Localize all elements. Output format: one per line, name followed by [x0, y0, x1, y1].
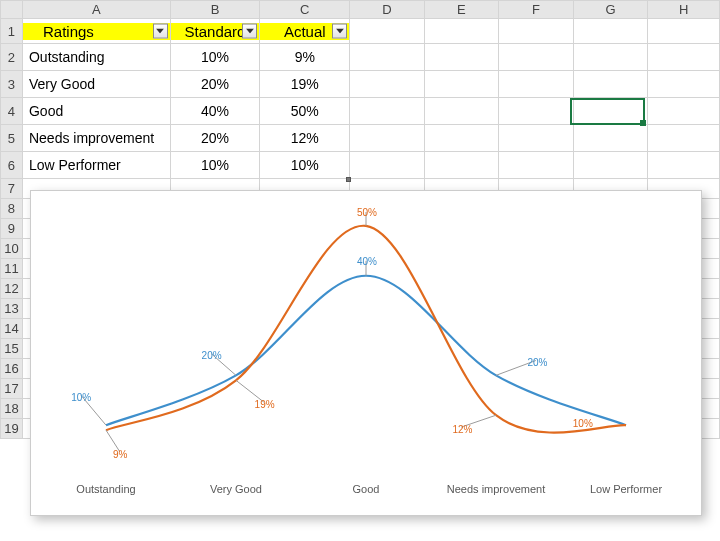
cell-G1[interactable]: [573, 19, 648, 44]
row-header-10[interactable]: 10: [1, 239, 23, 259]
cell-D6[interactable]: [350, 152, 425, 179]
cell-H6[interactable]: [648, 152, 720, 179]
cell-H1[interactable]: [648, 19, 720, 44]
data-label: 20%: [527, 356, 547, 367]
cell-H4[interactable]: [648, 98, 720, 125]
cell-A4[interactable]: Good: [22, 98, 170, 125]
row-header-15[interactable]: 15: [1, 339, 23, 359]
row-header-2[interactable]: 2: [1, 44, 23, 71]
row-header-8[interactable]: 8: [1, 199, 23, 219]
cell-C6[interactable]: 10%: [260, 152, 350, 179]
col-header-G[interactable]: G: [573, 1, 648, 19]
row-header-7[interactable]: 7: [1, 179, 23, 199]
filter-button-actual[interactable]: [332, 24, 347, 39]
cell-H2[interactable]: [648, 44, 720, 71]
cell-E3[interactable]: [424, 71, 499, 98]
xtick: Outstanding: [41, 475, 171, 505]
row-header-12[interactable]: 12: [1, 279, 23, 299]
cell-A3[interactable]: Very Good: [22, 71, 170, 98]
cell-text: Needs improvement: [29, 130, 154, 146]
cell-text: 50%: [291, 103, 319, 119]
cell-C5[interactable]: 12%: [260, 125, 350, 152]
row-header-19[interactable]: 19: [1, 419, 23, 439]
cell-D5[interactable]: [350, 125, 425, 152]
col-header-C[interactable]: C: [260, 1, 350, 19]
cell-text: Outstanding: [29, 49, 105, 65]
cell-F4[interactable]: [499, 98, 574, 125]
row-header-1[interactable]: 1: [1, 19, 23, 44]
cell-A6[interactable]: Low Performer: [22, 152, 170, 179]
cell-text: 10%: [201, 49, 229, 65]
filter-button-ratings[interactable]: [153, 24, 168, 39]
cell-C3[interactable]: 19%: [260, 71, 350, 98]
cell-A5[interactable]: Needs improvement: [22, 125, 170, 152]
row-header-17[interactable]: 17: [1, 379, 23, 399]
cell-D3[interactable]: [350, 71, 425, 98]
xtick: Very Good: [171, 475, 301, 505]
cell-C2[interactable]: 9%: [260, 44, 350, 71]
row-header-4[interactable]: 4: [1, 98, 23, 125]
filter-button-standard[interactable]: [242, 24, 257, 39]
cell-G5[interactable]: [573, 125, 648, 152]
cell-G4[interactable]: [573, 98, 648, 125]
row-header-6[interactable]: 6: [1, 152, 23, 179]
cell-B4[interactable]: 40%: [170, 98, 260, 125]
cell-F3[interactable]: [499, 71, 574, 98]
cell-E2[interactable]: [424, 44, 499, 71]
cell-G6[interactable]: [573, 152, 648, 179]
cell-E6[interactable]: [424, 152, 499, 179]
header-standard: Standard: [185, 23, 246, 40]
col-header-H[interactable]: H: [648, 1, 720, 19]
xtick: Low Performer: [561, 475, 691, 505]
row-header-5[interactable]: 5: [1, 125, 23, 152]
row-header-11[interactable]: 11: [1, 259, 23, 279]
range-autofill-marker[interactable]: [346, 177, 351, 182]
col-header-D[interactable]: D: [350, 1, 425, 19]
col-header-E[interactable]: E: [424, 1, 499, 19]
xtick: Good: [301, 475, 431, 505]
row-header-3[interactable]: 3: [1, 71, 23, 98]
cell-D2[interactable]: [350, 44, 425, 71]
col-header-A[interactable]: A: [22, 1, 170, 19]
cell-E4[interactable]: [424, 98, 499, 125]
row-header-13[interactable]: 13: [1, 299, 23, 319]
cell-F6[interactable]: [499, 152, 574, 179]
data-label: 10%: [71, 391, 91, 402]
cell-D4[interactable]: [350, 98, 425, 125]
cell-text: 20%: [201, 76, 229, 92]
col-header-B[interactable]: B: [170, 1, 260, 19]
cell-B3[interactable]: 20%: [170, 71, 260, 98]
cell-H5[interactable]: [648, 125, 720, 152]
data-label: 50%: [357, 207, 377, 218]
cell-B1[interactable]: Standard: [170, 19, 260, 44]
cell-G3[interactable]: [573, 71, 648, 98]
cell-F1[interactable]: [499, 19, 574, 44]
row-header-16[interactable]: 16: [1, 359, 23, 379]
row-header-14[interactable]: 14: [1, 319, 23, 339]
embedded-chart[interactable]: 10%9%20%19%40%50%20%12%10% Outstanding V…: [30, 190, 702, 516]
cell-text: 40%: [201, 103, 229, 119]
select-all-corner[interactable]: [1, 1, 23, 19]
cell-text: 20%: [201, 130, 229, 146]
cell-F5[interactable]: [499, 125, 574, 152]
chart-plot-area[interactable]: 10%9%20%19%40%50%20%12%10%: [41, 201, 691, 475]
cell-A2[interactable]: Outstanding: [22, 44, 170, 71]
cell-E1[interactable]: [424, 19, 499, 44]
cell-C4[interactable]: 50%: [260, 98, 350, 125]
header-actual: Actual: [284, 23, 326, 40]
cell-D1[interactable]: [350, 19, 425, 44]
cell-B2[interactable]: 10%: [170, 44, 260, 71]
row-header-18[interactable]: 18: [1, 399, 23, 419]
data-label: 12%: [452, 423, 472, 434]
row-header-9[interactable]: 9: [1, 219, 23, 239]
cell-C1[interactable]: Actual: [260, 19, 350, 44]
cell-F2[interactable]: [499, 44, 574, 71]
cell-H3[interactable]: [648, 71, 720, 98]
cell-text: Very Good: [29, 76, 95, 92]
cell-B5[interactable]: 20%: [170, 125, 260, 152]
cell-A1[interactable]: Ratings: [22, 19, 170, 44]
cell-B6[interactable]: 10%: [170, 152, 260, 179]
cell-E5[interactable]: [424, 125, 499, 152]
cell-G2[interactable]: [573, 44, 648, 71]
col-header-F[interactable]: F: [499, 1, 574, 19]
